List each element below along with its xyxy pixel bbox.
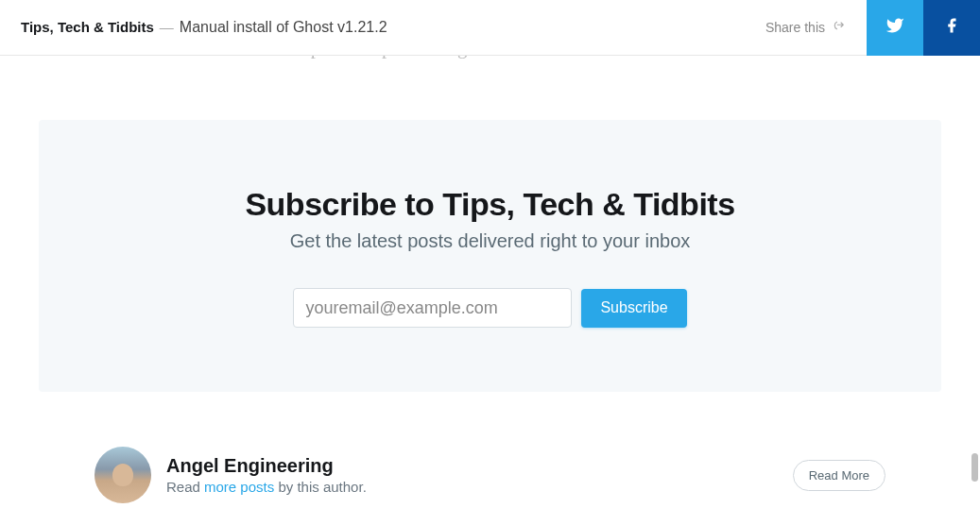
- email-field[interactable]: [293, 288, 572, 328]
- share-label: Share this: [765, 20, 825, 35]
- scrollbar-thumb[interactable]: [971, 453, 978, 482]
- header-title-section: Tips, Tech & Tidbits — Manual install of…: [0, 19, 765, 36]
- title-separator: —: [160, 19, 174, 35]
- content-wrap: post for tips on adding features like Go…: [0, 0, 980, 503]
- subscribe-form: Subscribe: [95, 288, 885, 328]
- site-title[interactable]: Tips, Tech & Tidbits: [21, 19, 154, 35]
- post-title: Manual install of Ghost v1.21.2: [180, 19, 387, 36]
- subscribe-subtitle: Get the latest posts delivered right to …: [95, 230, 885, 252]
- subscribe-button[interactable]: Subscribe: [581, 289, 686, 328]
- facebook-icon: [943, 17, 960, 38]
- bio-prefix: Read: [166, 479, 204, 495]
- avatar[interactable]: [95, 447, 151, 503]
- share-facebook-button[interactable]: [923, 0, 980, 56]
- subscribe-title: Subscribe to Tips, Tech & Tidbits: [95, 186, 885, 223]
- pointing-hand-icon: [833, 17, 850, 38]
- author-bio: Read more posts by this author.: [166, 479, 793, 495]
- share-section: Share this: [765, 0, 980, 55]
- share-twitter-button[interactable]: [867, 0, 923, 56]
- more-posts-link[interactable]: more posts: [204, 479, 274, 495]
- author-info: Angel Engineering Read more posts by thi…: [166, 455, 793, 495]
- bio-suffix: by this author.: [274, 479, 367, 495]
- author-name[interactable]: Angel Engineering: [166, 455, 793, 477]
- subscribe-box: Subscribe to Tips, Tech & Tidbits Get th…: [39, 120, 941, 392]
- floating-header: Tips, Tech & Tidbits — Manual install of…: [0, 0, 980, 56]
- read-more-button[interactable]: Read More: [793, 460, 885, 491]
- author-card: Angel Engineering Read more posts by thi…: [0, 392, 980, 503]
- twitter-icon: [885, 16, 904, 39]
